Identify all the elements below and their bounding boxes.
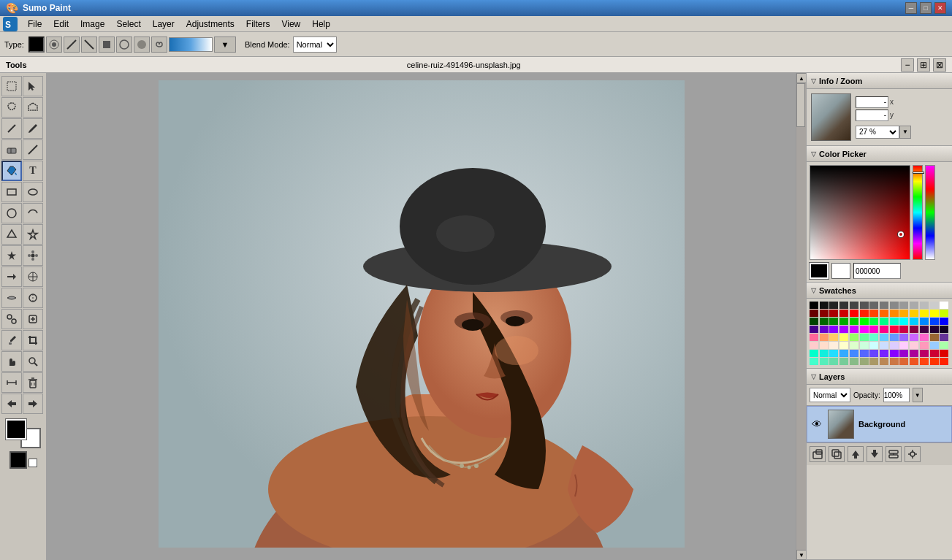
tool-arrow-shape[interactable] [1, 266, 22, 287]
swatch[interactable] [930, 310, 939, 317]
swatch[interactable] [839, 326, 848, 333]
swatch[interactable] [899, 342, 908, 349]
brush-type-square[interactable] [99, 37, 115, 53]
swatch[interactable] [890, 334, 899, 341]
swatch[interactable] [850, 310, 858, 317]
swatch[interactable] [869, 318, 878, 325]
swatch[interactable] [880, 302, 888, 309]
swatch[interactable] [850, 342, 858, 349]
swatch[interactable] [899, 350, 908, 357]
swatch[interactable] [920, 302, 929, 309]
tool-ornament[interactable] [23, 266, 43, 287]
swatch[interactable] [810, 326, 818, 333]
swatch[interactable] [829, 310, 838, 317]
brush-type-soft2[interactable] [134, 37, 150, 53]
swatch[interactable] [920, 326, 929, 333]
swatch[interactable] [940, 358, 948, 365]
swatch[interactable] [839, 342, 848, 349]
swatch[interactable] [820, 334, 829, 341]
tool-back[interactable] [1, 394, 22, 414]
tool-polygon-select[interactable] [23, 97, 43, 118]
swatch[interactable] [890, 302, 899, 309]
swatch[interactable] [839, 350, 848, 357]
swatch[interactable] [899, 358, 908, 365]
menu-adjustments[interactable]: Adjustments [180, 18, 240, 31]
menu-edit[interactable]: Edit [47, 18, 75, 31]
duplicate-layer-button[interactable] [829, 446, 845, 462]
swatch[interactable] [890, 310, 899, 317]
tool-hand[interactable] [1, 351, 22, 372]
fg-color-picker-swatch[interactable] [810, 263, 829, 279]
tool-pencil[interactable] [1, 118, 22, 139]
color-picker-header[interactable]: ▽ Color Picker [807, 146, 952, 162]
layers-mode-select[interactable]: Normal Multiply Screen [810, 388, 850, 402]
swatch[interactable] [829, 334, 838, 341]
swatches-header[interactable]: ▽ Swatches [807, 283, 952, 299]
tool-eyedropper[interactable] [1, 330, 22, 350]
swatch[interactable] [820, 318, 829, 325]
swatch[interactable] [860, 350, 869, 357]
swatch[interactable] [829, 302, 838, 309]
layer-settings-button[interactable] [905, 446, 921, 462]
swatch[interactable] [880, 350, 888, 357]
swatch[interactable] [820, 326, 829, 333]
brush-type-circle[interactable] [116, 37, 132, 53]
swatch[interactable] [930, 326, 939, 333]
tool-smudge[interactable] [1, 288, 22, 308]
swatch[interactable] [839, 358, 848, 365]
swatch[interactable] [860, 326, 869, 333]
alpha-bar[interactable] [925, 165, 935, 260]
fg-color-large[interactable] [9, 451, 27, 469]
swatch[interactable] [869, 310, 878, 317]
swatch[interactable] [910, 302, 918, 309]
zoom-select[interactable]: 27 % 50 % 100 % [856, 126, 899, 139]
swatch[interactable] [910, 310, 918, 317]
tool-curve[interactable] [23, 203, 43, 223]
tool-fill[interactable] [1, 161, 22, 181]
tool-move[interactable] [23, 76, 43, 96]
swatch[interactable] [810, 310, 818, 317]
zoom-reset-button[interactable]: ⊠ [933, 58, 946, 72]
zoom-dropdown-arrow[interactable]: ▼ [899, 126, 911, 139]
swatch[interactable] [869, 326, 878, 333]
swatch[interactable] [810, 334, 818, 341]
swatch[interactable] [899, 310, 908, 317]
menu-select[interactable]: Select [110, 18, 146, 31]
swatch[interactable] [810, 302, 818, 309]
brush-type-diagonal2[interactable] [81, 37, 97, 53]
layer-item-background[interactable]: 👁 Background [807, 406, 952, 442]
info-zoom-header[interactable]: ▽ Info / Zoom [807, 73, 952, 89]
swatch[interactable] [850, 326, 858, 333]
swatch[interactable] [940, 302, 948, 309]
swatch[interactable] [890, 350, 899, 357]
swatch[interactable] [880, 342, 888, 349]
swatch[interactable] [940, 342, 948, 349]
swatch[interactable] [940, 334, 948, 341]
blend-mode-select[interactable]: Normal Multiply Screen [293, 37, 337, 53]
brush-type-solid[interactable] [28, 37, 45, 53]
tool-measure[interactable] [1, 372, 22, 393]
menu-help[interactable]: Help [306, 18, 336, 31]
tool-zoom[interactable] [23, 351, 43, 372]
swatch[interactable] [810, 342, 818, 349]
swatch[interactable] [910, 334, 918, 341]
maximize-button[interactable]: □ [920, 2, 932, 14]
swatch[interactable] [899, 318, 908, 325]
swatch[interactable] [890, 318, 899, 325]
tool-dodge-burn[interactable] [23, 288, 43, 308]
scroll-up-arrow[interactable]: ▲ [796, 73, 807, 83]
foreground-color-swatch[interactable] [6, 419, 26, 440]
swatch[interactable] [920, 358, 929, 365]
swatch[interactable] [820, 310, 829, 317]
swatch[interactable] [910, 318, 918, 325]
bg-color-small[interactable] [28, 459, 37, 467]
swatch[interactable] [910, 350, 918, 357]
tool-rect-shape[interactable] [1, 182, 22, 202]
swatch[interactable] [850, 302, 858, 309]
swatch[interactable] [910, 326, 918, 333]
move-layer-down-button[interactable] [867, 446, 883, 462]
tool-star[interactable] [23, 224, 43, 245]
merge-layers-button[interactable] [886, 446, 902, 462]
brush-size-dropdown[interactable]: ▼ [214, 37, 236, 53]
swatch[interactable] [940, 310, 948, 317]
